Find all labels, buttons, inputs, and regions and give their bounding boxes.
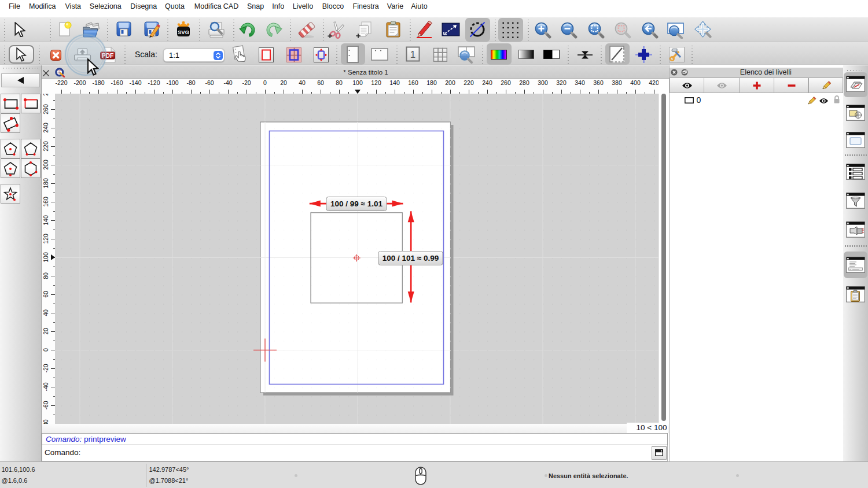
svg-text:100 / 99 ≈ 1.01: 100 / 99 ≈ 1.01 [330, 199, 382, 208]
svg-text:100 / 101 ≈ 0.99: 100 / 101 ≈ 0.99 [382, 254, 439, 263]
svg-text:1: 1 [410, 49, 415, 60]
svg-text:SVG: SVG [178, 29, 189, 35]
